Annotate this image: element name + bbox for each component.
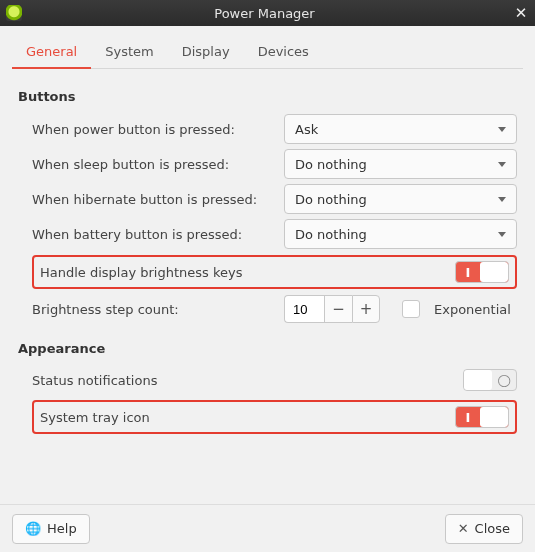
toggle-off-indicator: ◯ (492, 373, 516, 387)
label-exponential: Exponential (434, 302, 511, 317)
footer-bar: 🌐 Help ✕ Close (0, 504, 535, 552)
close-icon[interactable]: ✕ (507, 4, 535, 22)
select-power-button[interactable]: Ask (284, 114, 517, 144)
label-battery-button: When battery button is pressed: (32, 227, 276, 242)
row-status-notifications: Status notifications ◯ (32, 366, 517, 394)
tab-display[interactable]: Display (168, 36, 244, 68)
label-tray-icon: System tray icon (38, 410, 455, 425)
row-power-button: When power button is pressed: Ask (32, 114, 517, 144)
toggle-knob (480, 262, 508, 282)
toggle-status-notifications[interactable]: ◯ (463, 369, 517, 391)
window-title: Power Manager (22, 6, 507, 21)
toggle-on-indicator: I (456, 265, 480, 280)
label-power-button: When power button is pressed: (32, 122, 276, 137)
chevron-down-icon (498, 162, 506, 167)
toggle-tray-icon[interactable]: I (455, 406, 509, 428)
toggle-on-indicator: I (456, 410, 480, 425)
chevron-down-icon (498, 197, 506, 202)
row-battery-button: When battery button is pressed: Do nothi… (32, 219, 517, 249)
toggle-knob (480, 407, 508, 427)
close-button-label: Close (475, 521, 510, 536)
tab-devices[interactable]: Devices (244, 36, 323, 68)
label-sleep-button: When sleep button is pressed: (32, 157, 276, 172)
select-hibernate-button[interactable]: Do nothing (284, 184, 517, 214)
toggle-knob (464, 370, 492, 390)
row-tray-icon: System tray icon I (32, 400, 517, 434)
chevron-down-icon (498, 232, 506, 237)
input-brightness-step[interactable] (284, 295, 324, 323)
select-battery-value: Do nothing (295, 227, 367, 242)
section-appearance-title: Appearance (18, 341, 517, 356)
help-button-label: Help (47, 521, 77, 536)
help-icon: 🌐 (25, 521, 41, 536)
label-hibernate-button: When hibernate button is pressed: (32, 192, 276, 207)
help-button[interactable]: 🌐 Help (12, 514, 90, 544)
label-brightness-step: Brightness step count: (32, 302, 276, 317)
tab-bar: General System Display Devices (12, 36, 523, 69)
panel-general: Buttons When power button is pressed: As… (12, 69, 523, 446)
titlebar: Power Manager ✕ (0, 0, 535, 26)
select-power-value: Ask (295, 122, 318, 137)
step-increment-button[interactable]: + (352, 295, 380, 323)
brightness-step-group: − + (284, 295, 380, 323)
close-button[interactable]: ✕ Close (445, 514, 523, 544)
section-buttons-title: Buttons (18, 89, 517, 104)
row-sleep-button: When sleep button is pressed: Do nothing (32, 149, 517, 179)
checkbox-exponential[interactable] (402, 300, 420, 318)
tab-system[interactable]: System (91, 36, 167, 68)
toggle-brightness-keys[interactable]: I (455, 261, 509, 283)
row-hibernate-button: When hibernate button is pressed: Do not… (32, 184, 517, 214)
select-hibernate-value: Do nothing (295, 192, 367, 207)
tab-general[interactable]: General (12, 36, 91, 68)
content: General System Display Devices Buttons W… (0, 26, 535, 446)
row-brightness-step: Brightness step count: − + Exponential (32, 295, 517, 323)
chevron-down-icon (498, 127, 506, 132)
close-icon: ✕ (458, 521, 469, 536)
label-status-notifications: Status notifications (32, 373, 455, 388)
select-battery-button[interactable]: Do nothing (284, 219, 517, 249)
label-brightness-keys: Handle display brightness keys (38, 265, 455, 280)
select-sleep-value: Do nothing (295, 157, 367, 172)
step-decrement-button[interactable]: − (324, 295, 352, 323)
app-icon (6, 5, 22, 21)
row-brightness-keys: Handle display brightness keys I (32, 255, 517, 289)
select-sleep-button[interactable]: Do nothing (284, 149, 517, 179)
